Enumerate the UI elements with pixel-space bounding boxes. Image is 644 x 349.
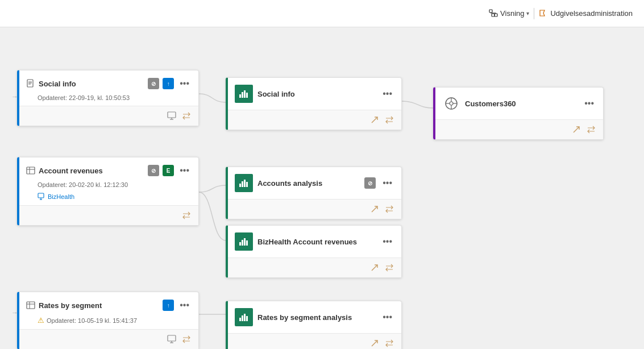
badge-excel: E [163,165,174,176]
rates-by-segment-analysis-title: Rates by segment analysis [257,313,376,322]
hierarchy-icon [489,9,498,18]
customers360-report-card: Customers360 ••• [433,87,604,140]
svg-rect-21 [27,302,35,309]
customers360-footer [435,119,603,139]
rates-by-segment-analysis-header: Rates by segment analysis ••• [228,301,401,333]
bizhealth-link-label[interactable]: BizHealth [48,193,74,200]
social-info-source-card: Social info ⊘ ↑ ••• Opdateret: 22-09-19,… [17,70,199,126]
account-revenues-footer [19,205,198,225]
account-revenues-source-card: Account revenues ⊘ E ••• Opdateret: 20-0… [17,157,199,226]
monitor-icon2[interactable] [167,334,177,344]
customers360-icon [444,97,458,110]
accounts-analysis-footer [228,199,401,219]
badge-mask: ⊘ [148,78,159,89]
svg-rect-42 [246,316,248,321]
svg-rect-0 [489,10,492,13]
visning-button[interactable]: Visning ▾ [489,9,529,18]
arrow-diagonal-icon4[interactable] [369,338,380,348]
account-revenues-link[interactable]: BizHealth [19,193,198,205]
svg-rect-34 [246,182,248,187]
customers360-icon-wrap [442,94,460,113]
bizhealth-account-revenues-header: BizHealth Account revenues ••• [228,226,401,257]
visning-label: Visning [500,9,524,18]
svg-rect-37 [244,238,246,246]
social-info-dataset-card: Social info ••• [226,77,402,130]
rates-by-segment-more-button[interactable]: ••• [177,299,192,311]
document-icon [26,79,35,88]
accounts-analysis-dataset-card: Accounts analysis ⊘ ••• [226,167,402,219]
chevron-icon: ▾ [526,10,529,16]
social-info-source-more-button[interactable]: ••• [177,77,192,90]
rates-by-segment-analysis-footer [228,333,401,349]
exchange-icon-2[interactable] [181,210,192,221]
bizhealth-account-revenues-icon [235,232,253,251]
account-revenues-header: Account revenues ⊘ E ••• [19,157,198,181]
accounts-analysis-header: Accounts analysis ⊘ ••• [228,167,401,199]
account-revenues-more-button[interactable]: ••• [177,164,192,177]
social-info-dataset-title: Social info [257,90,376,98]
rates-by-segment-footer [19,329,198,349]
rates-by-segment-analysis-dataset-card: Rates by segment analysis ••• [226,301,402,349]
exchange-icon-ds4[interactable] [384,338,394,348]
svg-rect-12 [168,112,176,118]
arrow-diagonal-icon3[interactable] [369,263,380,273]
rates-by-segment-header: Rates by segment ↑ ••• [19,292,198,316]
canvas: Social info ⊘ ↑ ••• Opdateret: 22-09-19,… [0,27,644,349]
rates-by-segment-analysis-more-button[interactable]: ••• [380,311,394,323]
social-info-dataset-icon [235,85,253,103]
social-info-source-title: Social info [39,80,144,88]
bizhealth-account-revenues-footer [228,257,401,277]
bizhealth-account-revenues-more-button[interactable]: ••• [380,235,394,248]
exchange-icon-report[interactable] [586,124,596,135]
badge-mask2: ⊘ [148,165,159,176]
udgivelse-button[interactable]: Udgivelsesadministration [539,9,633,18]
rates-by-segment-source-card: Rates by segment ↑ ••• ⚠ Opdateret: 10-0… [17,292,199,349]
topbar-divider [534,8,534,19]
customers360-header: Customers360 ••• [435,88,603,119]
svg-rect-1 [492,14,495,16]
rates-by-segment-meta: ⚠ Opdateret: 10-05-19 kl. 15:41:37 [19,316,198,329]
arrow-diagonal-icon-report[interactable] [571,124,581,135]
bizhealth-account-revenues-dataset-card: BizHealth Account revenues ••• [226,225,402,278]
rates-by-segment-title: Rates by segment [39,301,159,310]
social-info-dataset-footer [228,110,401,130]
rates-by-segment-analysis-icon [235,308,253,326]
exchange-icon-1[interactable] [181,111,192,121]
left-arrow-indicator-2: → [11,309,18,317]
svg-rect-35 [239,242,241,246]
account-revenues-title: Account revenues [39,167,144,175]
svg-rect-2 [495,14,497,16]
social-info-dataset-header: Social info ••• [228,78,401,110]
svg-rect-40 [242,315,243,321]
exchange-icon-ds3[interactable] [384,263,394,273]
exchange-icon-3[interactable] [181,334,192,344]
monitor-link-icon [38,193,45,201]
badge-upload2: ↑ [163,300,174,311]
accounts-analysis-title: Accounts analysis [257,179,360,188]
social-info-dataset-more-button[interactable]: ••• [380,88,394,100]
svg-rect-41 [244,314,246,321]
svg-rect-31 [239,184,241,187]
svg-rect-30 [246,93,248,98]
svg-rect-29 [244,90,246,98]
arrow-diagonal-icon1[interactable] [369,115,380,125]
table-icon [26,166,35,175]
svg-rect-15 [27,167,35,174]
customers360-more-button[interactable]: ••• [582,97,596,110]
udgivelse-label: Udgivelsesadministration [550,9,633,18]
left-arrow-indicator-1: → [11,93,18,101]
social-info-source-meta: Opdateret: 22-09-19, kl. 10:50:53 [19,94,198,106]
accounts-analysis-icon [235,174,253,192]
exchange-icon-ds1[interactable] [384,115,394,125]
svg-rect-18 [38,193,44,198]
svg-point-44 [450,102,453,105]
arrow-diagonal-icon2[interactable] [369,204,380,214]
topbar: Visning ▾ Udgivelsesadministration [0,0,644,27]
monitor-icon[interactable] [167,111,177,121]
svg-rect-28 [242,92,243,98]
exchange-icon-ds2[interactable] [384,204,394,214]
accounts-analysis-more-button[interactable]: ••• [380,177,394,189]
svg-rect-39 [239,318,241,321]
table-icon2 [26,301,35,310]
source-card-header: Social info ⊘ ↑ ••• [19,70,198,94]
